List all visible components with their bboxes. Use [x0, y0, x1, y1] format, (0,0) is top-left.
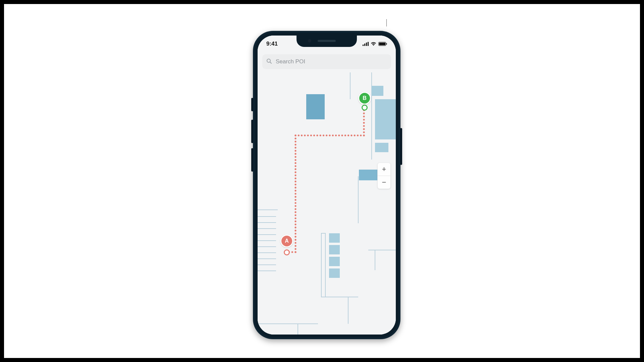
- svg-point-103: [357, 134, 359, 136]
- svg-point-73: [294, 162, 296, 164]
- svg-point-102: [354, 134, 356, 136]
- svg-line-8: [270, 62, 271, 63]
- svg-point-45: [294, 248, 296, 250]
- svg-rect-37: [329, 245, 340, 254]
- svg-point-101: [351, 134, 352, 136]
- marker-a-label: A: [285, 238, 289, 244]
- svg-rect-34: [375, 143, 388, 152]
- svg-point-99: [344, 134, 346, 136]
- svg-point-78: [294, 147, 296, 148]
- svg-point-87: [307, 134, 309, 136]
- svg-point-66: [294, 184, 296, 185]
- svg-rect-31: [306, 94, 325, 119]
- svg-point-74: [294, 159, 296, 161]
- svg-point-71: [294, 168, 296, 170]
- svg-point-46: [294, 245, 296, 247]
- svg-rect-9: [258, 36, 396, 335]
- svg-point-53: [294, 224, 296, 225]
- svg-point-111: [363, 119, 365, 120]
- status-icons-group: [363, 42, 387, 46]
- search-input[interactable]: [275, 58, 387, 65]
- svg-point-107: [363, 131, 365, 133]
- svg-rect-33: [375, 99, 396, 139]
- search-bar[interactable]: [262, 54, 391, 69]
- svg-point-58: [294, 208, 296, 210]
- svg-rect-36: [329, 233, 340, 243]
- wifi-icon: [371, 42, 376, 46]
- map-svg: [258, 36, 396, 335]
- phone-device-frame: 9:41: [253, 31, 400, 339]
- svg-point-64: [294, 190, 296, 191]
- svg-point-51: [294, 230, 296, 231]
- svg-point-96: [335, 134, 337, 136]
- marker-b-dot: [362, 105, 368, 111]
- svg-point-94: [329, 134, 330, 136]
- phone-screen: 9:41: [258, 36, 396, 335]
- svg-point-70: [294, 171, 296, 173]
- svg-point-104: [360, 134, 362, 136]
- search-icon: [266, 58, 272, 65]
- marker-b-label: B: [363, 95, 367, 101]
- svg-rect-32: [372, 86, 383, 96]
- svg-point-68: [294, 178, 296, 179]
- svg-point-67: [294, 181, 296, 182]
- svg-point-79: [294, 144, 296, 145]
- svg-point-42: [291, 251, 293, 253]
- svg-rect-38: [329, 257, 340, 266]
- svg-rect-2: [366, 43, 367, 46]
- stray-cursor-mark: [386, 19, 387, 26]
- svg-point-75: [294, 156, 296, 158]
- page-frame: 9:41: [0, 0, 644, 362]
- svg-point-89: [313, 134, 315, 136]
- svg-point-49: [294, 236, 296, 238]
- svg-point-50: [294, 233, 296, 235]
- phone-power-button: [400, 128, 402, 165]
- status-time: 9:41: [266, 41, 278, 47]
- svg-point-63: [294, 193, 296, 194]
- phone-volume-down-button: [251, 148, 253, 172]
- marker-b-pin[interactable]: B: [358, 92, 371, 105]
- phone-mute-switch: [251, 98, 253, 111]
- zoom-control: + −: [378, 163, 390, 189]
- zoom-out-button[interactable]: −: [378, 176, 390, 189]
- svg-point-85: [301, 134, 303, 136]
- svg-point-47: [294, 242, 296, 244]
- svg-point-106: [363, 134, 365, 136]
- svg-point-97: [338, 134, 340, 136]
- phone-speaker: [318, 40, 336, 42]
- svg-point-92: [323, 134, 324, 136]
- svg-point-61: [294, 199, 296, 201]
- svg-point-95: [332, 134, 334, 136]
- svg-point-113: [363, 113, 365, 114]
- svg-rect-5: [379, 43, 385, 45]
- svg-point-69: [294, 175, 296, 176]
- svg-point-48: [294, 239, 296, 241]
- svg-point-91: [320, 134, 321, 136]
- svg-point-108: [363, 128, 365, 130]
- svg-point-60: [294, 202, 296, 204]
- svg-point-81: [294, 138, 296, 139]
- svg-point-52: [294, 227, 296, 228]
- svg-rect-6: [386, 43, 387, 45]
- svg-rect-0: [363, 45, 364, 46]
- svg-point-57: [294, 211, 296, 213]
- marker-a-pin[interactable]: A: [280, 235, 293, 247]
- svg-rect-39: [329, 268, 340, 278]
- svg-point-88: [310, 134, 312, 136]
- svg-point-98: [341, 134, 343, 136]
- svg-point-62: [294, 196, 296, 198]
- svg-point-65: [294, 187, 296, 188]
- marker-a-dot: [284, 249, 290, 255]
- svg-point-100: [347, 134, 349, 136]
- battery-icon: [378, 42, 387, 46]
- phone-front-camera: [308, 39, 311, 43]
- svg-point-56: [294, 215, 296, 216]
- indoor-map[interactable]: + − A B: [258, 36, 396, 335]
- svg-point-76: [294, 153, 296, 155]
- svg-point-83: [294, 134, 296, 136]
- svg-rect-1: [364, 44, 365, 46]
- zoom-in-button[interactable]: +: [378, 163, 390, 176]
- phone-notch: [297, 36, 357, 47]
- cellular-signal-icon: [363, 42, 369, 46]
- svg-point-93: [326, 134, 327, 136]
